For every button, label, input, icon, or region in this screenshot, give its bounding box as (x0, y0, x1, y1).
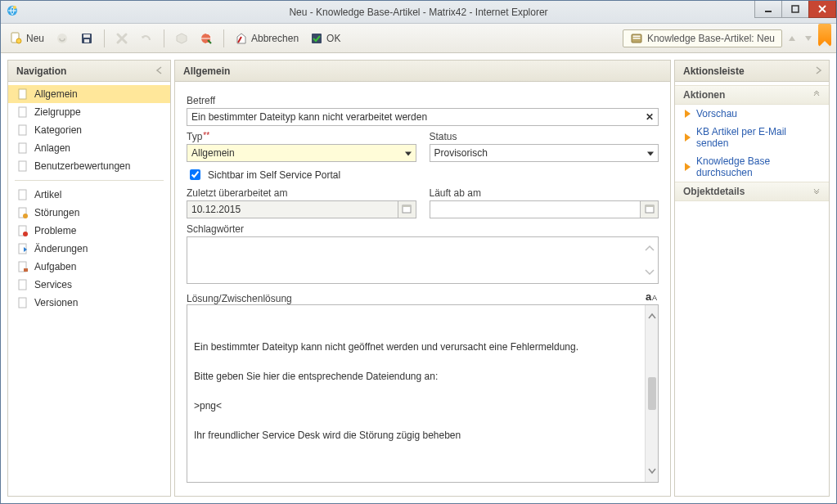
visible-checkbox[interactable] (190, 169, 200, 180)
svg-rect-20 (19, 190, 26, 200)
undo-button[interactable] (136, 29, 157, 47)
nav-item-services[interactable]: Services (8, 276, 170, 294)
action-vorschau[interactable]: Vorschau (675, 105, 829, 123)
nav-label: Störungen (34, 207, 79, 218)
nav-label: Benutzerbewertungen (34, 160, 130, 172)
save-icon (80, 32, 93, 45)
nav-item-aufgaben[interactable]: Aufgaben (8, 258, 170, 276)
bookmark-icon[interactable] (818, 24, 831, 47)
expand-section-icon (812, 186, 821, 197)
action-search-kb[interactable]: Knowledge Base durchsuchen (675, 152, 829, 182)
scroll-down-icon[interactable] (648, 464, 656, 479)
nav-item-anlagen[interactable]: Anlagen (8, 139, 170, 157)
window-maximize-button[interactable] (781, 0, 809, 18)
svg-point-22 (23, 214, 28, 218)
nav-item-aenderungen[interactable]: Änderungen (8, 240, 170, 258)
collapse-nav-icon[interactable] (155, 65, 164, 77)
undo-icon (140, 32, 153, 45)
tags-label: Schlagwörter (187, 223, 659, 235)
chevron-up-icon[interactable] (645, 242, 655, 254)
svg-rect-14 (632, 38, 640, 39)
ie-icon (6, 4, 19, 20)
solution-scrollbar[interactable] (645, 305, 658, 482)
scroll-thumb[interactable] (648, 377, 656, 410)
page-icon (16, 188, 29, 201)
action-label: KB Artikel per E-Mail senden (696, 126, 819, 149)
svg-text:a: a (646, 290, 652, 302)
nav-item-versionen[interactable]: Versionen (8, 294, 170, 312)
page-error-icon (16, 224, 29, 237)
window-close-button[interactable] (808, 0, 836, 18)
betreff-input[interactable] (187, 108, 659, 126)
nav-item-probleme[interactable]: Probleme (8, 222, 170, 240)
font-format-icon[interactable]: aA (646, 290, 659, 304)
collapse-section-icon (812, 89, 821, 101)
aktionen-section-header[interactable]: Aktionen (675, 85, 829, 105)
svg-rect-3 (792, 6, 799, 12)
cancel-button[interactable]: Abbrechen (231, 29, 303, 47)
nav-label: Probleme (34, 225, 76, 236)
svg-rect-31 (403, 205, 411, 207)
save-button[interactable] (76, 29, 97, 47)
nav-label: Kategorien (34, 124, 82, 136)
page-icon (16, 296, 29, 309)
refresh-button[interactable] (52, 29, 73, 47)
svg-text:A: A (652, 294, 657, 302)
breadcrumb-up-button[interactable] (785, 30, 799, 47)
svg-point-6 (57, 34, 67, 43)
page-icon (16, 278, 29, 291)
window-titlebar: Neu - Knowledge Base-Artikel - Matrix42 … (1, 1, 836, 24)
delete-icon (115, 32, 128, 45)
nav-item-bewertungen[interactable]: Benutzerbewertungen (8, 157, 170, 175)
form-pane: Allgemein Betreff ✕ Typ Allgemein St (174, 60, 671, 497)
form-title: Allgemein (183, 65, 230, 77)
clear-betreff-icon[interactable]: ✕ (646, 111, 654, 123)
nav-item-zielgruppe[interactable]: Zielgruppe (8, 103, 170, 121)
svg-rect-33 (646, 205, 654, 207)
cancel-icon (235, 32, 248, 45)
breadcrumb[interactable]: Knowledge Base-Artikel: Neu (623, 29, 782, 47)
action-email[interactable]: KB Artikel per E-Mail senden (675, 123, 829, 152)
breadcrumb-down-button[interactable] (802, 30, 815, 47)
visible-label: Sichtbar im Self Service Portal (208, 169, 340, 181)
nav-label: Versionen (34, 297, 78, 308)
chevron-down-icon[interactable] (645, 267, 655, 278)
main-toolbar: Neu Abbrechen OK Knowledge Base-Artikel:… (1, 24, 836, 53)
nav-label: Anlagen (34, 142, 70, 154)
nav-item-kategorien[interactable]: Kategorien (8, 121, 170, 139)
status-select[interactable]: Provisorisch (430, 144, 659, 162)
nav-item-allgemein[interactable]: Allgemein (8, 85, 170, 103)
svg-rect-8 (83, 34, 90, 38)
objektdetails-label: Objektdetails (683, 186, 745, 197)
form-header: Allgemein (175, 61, 670, 82)
aktionen-label: Aktionen (683, 89, 725, 101)
expires-date-picker-button[interactable] (641, 200, 659, 218)
svg-point-1 (13, 6, 16, 9)
solution-textarea[interactable]: Ein bestimmter Dateityp kann nicht geöff… (187, 304, 659, 483)
expires-input[interactable] (430, 200, 641, 218)
breadcrumb-label: Knowledge Base-Artikel: Neu (647, 33, 775, 44)
edited-date-picker-button[interactable] (398, 200, 416, 218)
svg-rect-17 (19, 125, 26, 135)
navigation-title: Navigation (16, 65, 66, 77)
page-alert-icon (16, 206, 29, 219)
globe-button[interactable] (196, 29, 217, 47)
page-icon (16, 160, 29, 173)
new-button[interactable]: Neu (6, 29, 48, 47)
package-button[interactable] (171, 29, 192, 47)
window-minimize-button[interactable] (754, 0, 782, 18)
tags-input[interactable] (187, 236, 659, 284)
globe-shortcut-icon (200, 32, 213, 45)
ok-button[interactable]: OK (306, 29, 344, 47)
scroll-up-icon[interactable] (648, 308, 656, 323)
nav-label: Allgemein (34, 88, 78, 100)
svg-rect-29 (19, 298, 26, 308)
nav-item-stoerungen[interactable]: Störungen (8, 204, 170, 222)
new-button-label: Neu (26, 33, 44, 44)
objektdetails-section-header[interactable]: Objektdetails (675, 182, 829, 201)
delete-button[interactable] (111, 29, 133, 47)
collapse-actions-icon[interactable] (814, 65, 822, 77)
typ-select[interactable]: Allgemein (187, 144, 416, 162)
svg-rect-9 (84, 39, 89, 43)
nav-item-artikel[interactable]: Artikel (8, 186, 170, 204)
